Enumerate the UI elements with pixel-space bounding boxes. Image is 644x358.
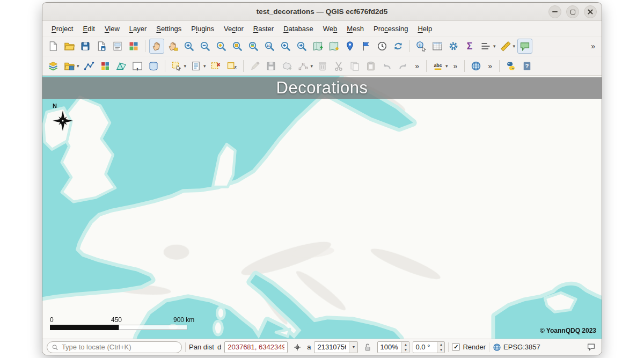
add-delimited-text-button[interactable] bbox=[130, 59, 145, 74]
crs-status[interactable]: EPSG:3857 bbox=[493, 343, 540, 352]
chevron-down-icon[interactable]: ▾ bbox=[349, 342, 357, 353]
menu-processing[interactable]: Processing bbox=[369, 23, 413, 35]
add-database-layer-button[interactable] bbox=[146, 59, 161, 74]
rotation-input[interactable] bbox=[413, 343, 437, 351]
save-project-as-button[interactable] bbox=[94, 39, 109, 54]
redo-button[interactable] bbox=[396, 59, 411, 74]
messages-button[interactable] bbox=[584, 341, 597, 354]
menu-raster[interactable]: Raster bbox=[248, 23, 279, 35]
magnifier-spinbox[interactable]: ▲▼ bbox=[377, 341, 409, 353]
measure-button[interactable] bbox=[498, 39, 513, 54]
coordinate-capture-button[interactable] bbox=[291, 341, 304, 354]
rotation-spinbox[interactable]: ▲▼ bbox=[413, 341, 445, 353]
toolbar-overflow[interactable]: » bbox=[484, 62, 496, 70]
menu-project[interactable]: Project bbox=[47, 23, 78, 35]
list-menu-button[interactable] bbox=[478, 39, 493, 54]
scale-combo[interactable]: ▾ bbox=[314, 341, 358, 353]
select-by-expression-button[interactable] bbox=[224, 59, 239, 74]
zoom-to-selection-button[interactable] bbox=[230, 39, 245, 54]
new-project-button[interactable] bbox=[46, 39, 61, 54]
zoom-out-button[interactable] bbox=[197, 39, 213, 54]
style-manager-button[interactable] bbox=[126, 39, 141, 54]
chevron-down-icon[interactable]: ▾ bbox=[445, 63, 448, 69]
chevron-down-icon[interactable]: ▾ bbox=[184, 63, 187, 69]
render-checkbox[interactable]: ✓ bbox=[452, 343, 460, 351]
close-button[interactable] bbox=[584, 5, 597, 18]
zoom-next-button[interactable] bbox=[294, 39, 309, 54]
chevron-down-icon[interactable]: ▾ bbox=[513, 43, 516, 49]
menu-edit[interactable]: Edit bbox=[78, 23, 99, 35]
statistical-summary-button[interactable] bbox=[462, 39, 477, 54]
chevron-down-icon[interactable]: ▾ bbox=[493, 43, 496, 49]
menu-settings[interactable]: Settings bbox=[151, 23, 186, 35]
menu-view[interactable]: View bbox=[100, 23, 125, 35]
python-console-button[interactable] bbox=[503, 59, 518, 74]
basemap[interactable] bbox=[42, 76, 602, 339]
maximize-button[interactable] bbox=[566, 5, 579, 18]
menu-plugins[interactable]: Plugins bbox=[186, 23, 219, 35]
paste-features-button[interactable] bbox=[363, 59, 378, 74]
titlebar[interactable]: test_decorations — QGIS ecf676fd2d5 bbox=[42, 3, 602, 21]
pan-map-button[interactable] bbox=[149, 39, 164, 54]
menu-vector[interactable]: Vector bbox=[219, 23, 248, 35]
vertex-tool-button[interactable] bbox=[296, 59, 311, 74]
spin-down-icon[interactable]: ▼ bbox=[402, 347, 409, 353]
new-spatial-bookmark-button[interactable] bbox=[342, 39, 357, 54]
metasearch-button[interactable] bbox=[469, 59, 484, 74]
add-mesh-layer-button[interactable] bbox=[114, 59, 129, 74]
select-features-button[interactable] bbox=[169, 59, 184, 74]
magnifier-input[interactable] bbox=[378, 343, 401, 351]
menu-web[interactable]: Web bbox=[318, 23, 342, 35]
chevron-down-icon[interactable]: ▾ bbox=[311, 63, 313, 69]
map-canvas[interactable]: Decorations N 0 450 900 km © YoannQD bbox=[42, 76, 602, 339]
chevron-down-icon[interactable]: ▾ bbox=[77, 63, 79, 69]
lock-scale-button[interactable] bbox=[361, 341, 374, 354]
refresh-map-button[interactable] bbox=[391, 39, 406, 54]
zoom-full-extent-button[interactable] bbox=[214, 39, 229, 54]
help-button[interactable] bbox=[519, 59, 535, 74]
toolbar-overflow[interactable]: » bbox=[587, 42, 599, 50]
open-project-button[interactable] bbox=[62, 39, 77, 54]
zoom-in-button[interactable] bbox=[181, 39, 196, 54]
spin-up-icon[interactable]: ▲ bbox=[437, 342, 444, 347]
minimize-button[interactable] bbox=[548, 5, 561, 18]
data-source-manager-button[interactable] bbox=[46, 59, 61, 74]
spin-down-icon[interactable]: ▼ bbox=[437, 347, 444, 353]
add-feature-button[interactable] bbox=[280, 59, 295, 74]
copy-features-button[interactable] bbox=[347, 59, 362, 74]
locator-input[interactable] bbox=[62, 343, 177, 351]
show-bookmarks-button[interactable] bbox=[358, 39, 374, 54]
add-vector-layer-button[interactable] bbox=[82, 59, 97, 74]
spin-up-icon[interactable]: ▲ bbox=[402, 342, 409, 347]
new-map-view-button[interactable] bbox=[310, 39, 325, 54]
deselect-features-button[interactable] bbox=[208, 59, 223, 74]
save-edits-button[interactable] bbox=[264, 59, 279, 74]
menu-database[interactable]: Database bbox=[279, 23, 318, 35]
identify-features-button[interactable] bbox=[414, 39, 429, 54]
pan-to-selection-button[interactable] bbox=[165, 39, 180, 54]
map-tips-button[interactable] bbox=[517, 39, 532, 54]
undo-button[interactable] bbox=[379, 59, 394, 74]
zoom-native-button[interactable] bbox=[262, 39, 277, 54]
menu-mesh[interactable]: Mesh bbox=[342, 23, 369, 35]
add-raster-layer-button[interactable] bbox=[98, 59, 113, 74]
labels-button[interactable] bbox=[430, 59, 445, 74]
zoom-last-button[interactable] bbox=[278, 39, 293, 54]
add-layer-menu-button[interactable] bbox=[62, 59, 77, 74]
select-by-value-button[interactable] bbox=[188, 59, 203, 74]
coordinate-input[interactable] bbox=[224, 341, 288, 353]
zoom-to-layer-button[interactable] bbox=[246, 39, 261, 54]
new-3d-map-view-button[interactable] bbox=[326, 39, 341, 54]
chevron-down-icon[interactable]: ▾ bbox=[203, 63, 206, 69]
delete-selected-button[interactable] bbox=[315, 59, 330, 74]
new-print-layout-button[interactable] bbox=[110, 39, 125, 54]
cut-features-button[interactable] bbox=[331, 59, 346, 74]
render-toggle[interactable]: ✓ Render bbox=[452, 343, 486, 351]
toolbar-overflow[interactable]: » bbox=[411, 62, 423, 70]
save-project-button[interactable] bbox=[78, 39, 93, 54]
scale-input[interactable] bbox=[314, 343, 349, 351]
toolbar-overflow[interactable]: » bbox=[449, 62, 461, 70]
processing-toolbox-button[interactable] bbox=[446, 39, 461, 54]
attribute-table-button[interactable] bbox=[430, 39, 445, 54]
menu-layer[interactable]: Layer bbox=[125, 23, 152, 35]
